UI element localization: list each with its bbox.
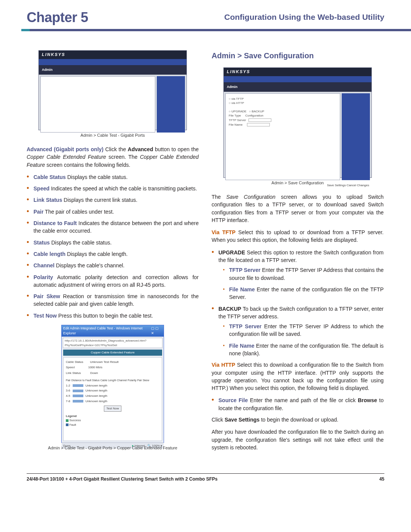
logo: LINKSYS [39,51,186,59]
test-now-button: Test Now [104,406,122,412]
figure-save-config: LINKSYS Admin ○ via TFTP ○ via HTTP ○ UP… [223,67,372,178]
page: Chapter 5 Configuration Using the Web-ba… [0,0,411,492]
list-item: Pair Skew Reaction or transmission time … [33,292,199,308]
window-controls: ▢ ▢ ✕ [151,326,162,336]
figure-nav: Admin [224,82,371,92]
feature-list: Cable Status Displays the cable status. … [27,173,199,320]
list-item: Speed Indicates the speed at which the c… [33,185,199,192]
list-item: TFTP Server Enter the TFTP Server IP Add… [229,323,384,338]
page-number: 45 [379,476,384,482]
page-header: Chapter 5 Configuration Using the Web-ba… [0,0,411,26]
subheading: Admin > Save Configuration [212,50,384,61]
right-column: Admin > Save Configuration LINKSYS Admin… [212,50,384,458]
list-item: Channel Displays the cable's channel. [33,262,199,269]
list-item: Status Displays the cable status. [33,239,199,246]
list-item: Cable Status Displays the cable status. [33,173,199,181]
list-item: Pair The pair of cables under test. [33,208,199,216]
address-bar: http://172.16.1.80/AdminAdmin_Diagnostic… [63,338,162,348]
figure-titlebar [39,59,186,65]
list-item: UPGRADE Select this option to restore th… [218,249,384,301]
list-item: BACKUP To back up the Switch configurati… [218,305,384,358]
paragraph: Via HTTP Select this to download a confi… [212,361,384,392]
list-item: TFTP Server Enter the TFTP Server IP Add… [229,266,384,282]
header-rule [0,29,411,31]
list-item: Distance to Fault Indicates the distance… [33,219,199,235]
list-item: Test Now Press this button to begin the … [33,312,199,320]
options-list-2: Source File Enter the name and path of t… [212,396,384,412]
figure-sidebar [157,76,185,133]
figure-copper-cable: Edit Admin Integrated Cable Test - Windo… [61,325,164,443]
figure-main [40,76,155,133]
list-item: Source File Enter the name and path of t… [218,396,384,412]
intro-paragraph: Advanced (Gigabit ports only) Click the … [27,145,199,169]
left-column: LINKSYS Admin Admin > Cable Test - Gigab… [27,50,199,458]
window-titlebar: Edit Admin Integrated Cable Test - Windo… [62,325,164,337]
figure-nav: Admin [39,65,186,75]
figure-caption: Admin > Cable Test - Gigabit Ports [27,133,199,139]
figure-cable-test: LINKSYS Admin [38,50,187,130]
list-item: File Name Enter the name of the configur… [229,342,384,358]
section-head: Copper Cable Extended Feature [63,350,162,356]
logo: LINKSYS [224,68,371,76]
list-item: File Name Enter the name of the configur… [229,286,384,301]
chapter-title: Chapter 5 [27,8,88,27]
list-item: Polarity Automatic polarity detection an… [33,273,199,289]
figure-caption: Admin > Cable Test - Gigabit Ports > Cop… [27,445,199,451]
list-item: Cable length Displays the cable length. [33,250,199,258]
window-content: Cable Status Unknown Test Result Speed 1… [63,357,162,441]
section-title: Configuration Using the Web-based Utilit… [224,11,384,23]
options-list: UPGRADE Select this option to restore th… [212,249,384,358]
paragraph: Via TFTP Select this to upload to or dow… [212,228,384,244]
figure-main: ○ via TFTP ○ via HTTP ○ UPGRADE ○ BACKUP… [225,93,340,180]
body-columns: LINKSYS Admin Admin > Cable Test - Gigab… [0,31,411,470]
figure-titlebar [224,76,371,82]
list-item: Link Status Displays the current link st… [33,196,199,204]
paragraph: The Save Configuration screen allows you… [212,193,384,224]
figure-sidebar [342,93,370,180]
product-name: 24/48-Port 10/100 + 4-Port Gigabit Resil… [27,476,218,482]
term: Advanced (Gigabit ports only) [27,146,104,152]
paragraph: Click Save Settings to begin the downloa… [212,416,384,423]
paragraph: After you have downloaded the configurat… [212,428,384,451]
page-footer: 24/48-Port 10/100 + 4-Port Gigabit Resil… [0,470,411,492]
